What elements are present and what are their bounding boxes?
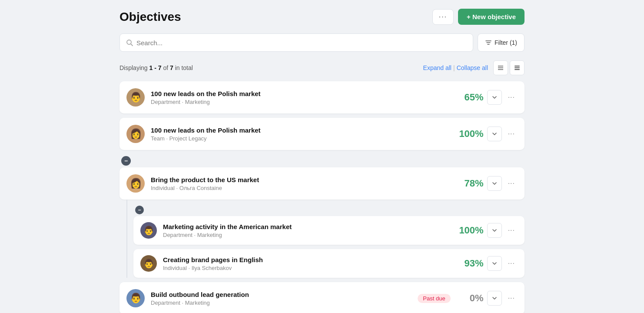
expand-collapse-group: Expand all | Collapse all bbox=[423, 64, 488, 71]
options-button[interactable]: ··· bbox=[505, 128, 518, 140]
display-text: Displaying 1 - 7 of 7 in total bbox=[120, 64, 193, 71]
obj-info: 100 new leads on the Polish market Team … bbox=[151, 127, 448, 142]
obj-title: 100 new leads on the Polish market bbox=[151, 127, 448, 134]
chevron-down-icon bbox=[492, 95, 497, 100]
obj-info: 100 new leads on the Polish market Depar… bbox=[151, 90, 448, 105]
filter-icon bbox=[485, 39, 492, 46]
collapse-sub-row: − bbox=[133, 204, 524, 216]
objective-card: 👩 Bring the product to the US market Ind… bbox=[120, 167, 524, 200]
obj-title: Creating brand pages in English bbox=[163, 256, 448, 263]
display-total: 7 bbox=[170, 64, 173, 71]
obj-meta: Department · Marketing bbox=[163, 232, 448, 238]
sub-line bbox=[120, 200, 133, 278]
obj-info: Creating brand pages in English Individu… bbox=[163, 256, 448, 271]
options-button[interactable]: ··· bbox=[505, 258, 518, 269]
obj-right: 100% ··· bbox=[454, 223, 518, 238]
header-actions: ··· + New objective bbox=[432, 9, 524, 25]
options-button[interactable]: ··· bbox=[505, 225, 518, 236]
options-button[interactable]: ··· bbox=[505, 92, 518, 103]
expand-all-link[interactable]: Expand all bbox=[423, 64, 451, 71]
view-toggle bbox=[493, 60, 524, 75]
objective-card: 👨 100 new leads on the Polish market Dep… bbox=[120, 81, 524, 113]
sub-objective-card: 👨 Marketing activity in the American mar… bbox=[133, 216, 524, 245]
obj-info: Bring the product to the US market Indiv… bbox=[151, 176, 448, 191]
obj-percent: 0% bbox=[454, 293, 484, 304]
obj-percent: 100% bbox=[454, 225, 484, 236]
obj-meta: Individual · Ilya Scherbakov bbox=[163, 265, 448, 271]
obj-right: 65% ··· bbox=[454, 90, 518, 105]
collapse-row: − bbox=[120, 154, 524, 167]
search-filter-row: Filter (1) bbox=[120, 33, 524, 52]
obj-title: 100 new leads on the Polish market bbox=[151, 90, 448, 97]
display-of: of bbox=[163, 64, 168, 71]
separator: | bbox=[453, 64, 455, 71]
avatar: 👨 bbox=[126, 88, 145, 107]
avatar: 👨 bbox=[140, 255, 157, 272]
obj-right: 93% ··· bbox=[454, 256, 518, 271]
expand-button[interactable] bbox=[487, 256, 502, 271]
expand-button[interactable] bbox=[487, 291, 502, 306]
obj-percent: 93% bbox=[454, 258, 484, 269]
more-options-button[interactable]: ··· bbox=[432, 9, 454, 25]
avatar: 👨 bbox=[126, 289, 145, 307]
page-container: Objectives ··· + New objective Filter (1… bbox=[109, 0, 535, 313]
obj-title: Build outbound lead generation bbox=[151, 291, 412, 298]
sub-objective-card: 👨 Creating brand pages in English Indivi… bbox=[133, 249, 524, 278]
objective-card: 👩 100 new leads on the Polish market Tea… bbox=[120, 118, 524, 150]
obj-title: Marketing activity in the American marke… bbox=[163, 223, 448, 230]
search-box bbox=[120, 33, 473, 52]
new-objective-button[interactable]: + New objective bbox=[458, 9, 524, 25]
sub-group: − 👨 Marketing activity in the American m… bbox=[120, 200, 524, 278]
chevron-down-icon bbox=[492, 261, 497, 266]
svg-line-1 bbox=[131, 44, 133, 46]
obj-meta: Individual · Ольга Constaine bbox=[151, 185, 448, 191]
obj-percent: 100% bbox=[454, 128, 484, 140]
obj-info: Build outbound lead generation Departmen… bbox=[151, 291, 412, 306]
obj-info: Marketing activity in the American marke… bbox=[163, 223, 448, 238]
collapse-all-link[interactable]: Collapse all bbox=[457, 64, 488, 71]
display-prefix: Displaying bbox=[120, 64, 148, 71]
obj-right: 78% ··· bbox=[454, 176, 518, 191]
expand-button[interactable] bbox=[487, 176, 502, 191]
chevron-down-icon bbox=[492, 228, 497, 233]
obj-percent: 65% bbox=[454, 92, 484, 103]
expand-button[interactable] bbox=[487, 223, 502, 238]
obj-meta: Department · Marketing bbox=[151, 300, 412, 306]
filter-label: Filter (1) bbox=[495, 39, 517, 46]
sub-items: − 👨 Marketing activity in the American m… bbox=[133, 200, 524, 278]
obj-percent: 78% bbox=[454, 178, 484, 189]
objective-card: 👨 Build outbound lead generation Departm… bbox=[120, 282, 524, 313]
list-icon bbox=[497, 64, 504, 71]
obj-meta: Department · Marketing bbox=[151, 99, 448, 105]
obj-title: Bring the product to the US market bbox=[151, 176, 448, 183]
compact-icon bbox=[514, 64, 521, 71]
obj-right: Past due 0% ··· bbox=[418, 291, 518, 306]
display-suffix: in total bbox=[175, 64, 193, 71]
svg-rect-7 bbox=[515, 69, 520, 70]
view-compact-button[interactable] bbox=[510, 60, 524, 75]
chevron-down-icon bbox=[492, 131, 497, 137]
obj-right: 100% ··· bbox=[454, 127, 518, 141]
chevron-down-icon bbox=[492, 296, 497, 301]
avatar: 👨 bbox=[140, 222, 157, 239]
search-input[interactable] bbox=[136, 39, 467, 47]
view-list-button[interactable] bbox=[493, 60, 508, 75]
sub-collapse-button[interactable]: − bbox=[135, 206, 144, 214]
page-title: Objectives bbox=[120, 10, 181, 24]
display-range: 1 - 7 bbox=[149, 64, 161, 71]
chevron-down-icon bbox=[492, 181, 497, 186]
avatar: 👩 bbox=[126, 174, 145, 193]
svg-rect-6 bbox=[515, 67, 520, 68]
expand-button[interactable] bbox=[487, 90, 502, 105]
collapse-button[interactable]: − bbox=[121, 156, 131, 166]
header: Objectives ··· + New objective bbox=[120, 9, 524, 25]
display-row: Displaying 1 - 7 of 7 in total Expand al… bbox=[120, 60, 524, 75]
options-button[interactable]: ··· bbox=[505, 178, 518, 189]
filter-button[interactable]: Filter (1) bbox=[478, 33, 524, 52]
past-due-badge: Past due bbox=[418, 294, 450, 303]
objectives-list: 👨 100 new leads on the Polish market Dep… bbox=[120, 81, 524, 313]
svg-rect-5 bbox=[515, 66, 520, 67]
options-button[interactable]: ··· bbox=[505, 293, 518, 304]
avatar: 👩 bbox=[126, 125, 145, 143]
expand-button[interactable] bbox=[487, 127, 502, 141]
